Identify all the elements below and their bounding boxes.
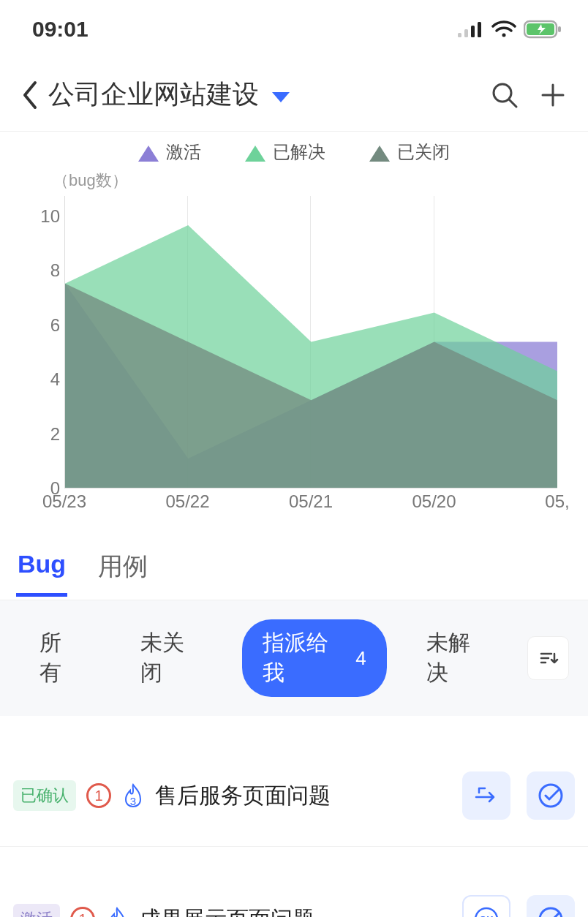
bug-list-item[interactable]: 已确认 1 3 售后服务页面问题 xyxy=(0,745,588,847)
signal-icon xyxy=(458,20,484,38)
filter-unresolved[interactable]: 未解决 xyxy=(406,619,509,697)
page-title: 公司企业网站建设 xyxy=(48,77,259,113)
status-tag: 已确认 xyxy=(13,780,76,811)
chart: （bug数） 10 8 6 4 2 0 05/23 05/22 05/21 05… xyxy=(0,170,588,503)
status-tag: 激活 xyxy=(13,904,60,917)
resolve-button[interactable] xyxy=(527,771,575,820)
svg-rect-0 xyxy=(458,33,461,37)
svg-rect-2 xyxy=(471,26,475,37)
status-icons xyxy=(458,20,562,39)
back-button[interactable] xyxy=(15,73,44,117)
chart-legend: 激活 已解决 已关闭 xyxy=(0,137,588,167)
filter-all[interactable]: 所有 xyxy=(19,619,101,697)
bug-list-item[interactable]: 激活 1 3 成果展示页面问题 OK xyxy=(0,869,588,917)
bug-title: 成果展示页面问题 xyxy=(139,905,446,918)
chart-plot-area xyxy=(64,196,557,488)
priority-badge: 1 xyxy=(86,783,111,808)
severity-icon: 3 xyxy=(121,782,145,809)
confirm-button[interactable]: OK xyxy=(462,895,510,917)
status-time: 09:01 xyxy=(32,17,88,42)
legend-item-resolved[interactable]: 已解决 xyxy=(245,140,325,164)
legend-item-closed[interactable]: 已关闭 xyxy=(369,140,450,164)
filter-assigned-to-me[interactable]: 指派给我 4 xyxy=(242,619,387,697)
nav-bar: 公司企业网站建设 xyxy=(0,59,588,132)
status-bar: 09:01 xyxy=(0,0,588,59)
add-button[interactable] xyxy=(532,75,573,116)
svg-rect-3 xyxy=(478,22,481,37)
tab-bug[interactable]: Bug xyxy=(16,543,67,597)
svg-line-9 xyxy=(509,99,516,107)
tab-testcase[interactable]: 用例 xyxy=(97,543,149,597)
battery-icon xyxy=(524,20,562,39)
search-button[interactable] xyxy=(484,75,525,116)
severity-icon: 3 xyxy=(105,906,129,917)
resolve-button[interactable] xyxy=(527,895,575,917)
svg-text:OK: OK xyxy=(479,914,494,917)
bug-title: 售后服务页面问题 xyxy=(155,781,446,811)
priority-badge: 1 xyxy=(70,907,95,917)
bug-list: 已确认 1 3 售后服务页面问题 激活 1 3 成果展示页面问题 OK xyxy=(0,716,588,917)
svg-point-4 xyxy=(502,34,506,37)
dropdown-icon[interactable] xyxy=(272,92,290,102)
filter-bar: 所有 未关闭 指派给我 4 未解决 xyxy=(0,600,588,716)
svg-rect-6 xyxy=(558,26,561,32)
sort-button[interactable] xyxy=(527,636,569,680)
assign-button[interactable] xyxy=(462,771,510,820)
y-axis-ticks: 10 8 6 4 2 0 xyxy=(31,196,60,488)
filter-unclosed[interactable]: 未关闭 xyxy=(120,619,223,697)
legend-item-active[interactable]: 激活 xyxy=(138,140,201,164)
tabs: Bug 用例 xyxy=(0,525,588,600)
wifi-icon xyxy=(491,20,516,38)
svg-point-12 xyxy=(540,785,562,807)
x-axis-ticks: 05/23 05/22 05/21 05/20 05, xyxy=(64,491,557,513)
svg-rect-1 xyxy=(464,29,468,37)
chart-ylabel: （bug数） xyxy=(53,170,557,192)
